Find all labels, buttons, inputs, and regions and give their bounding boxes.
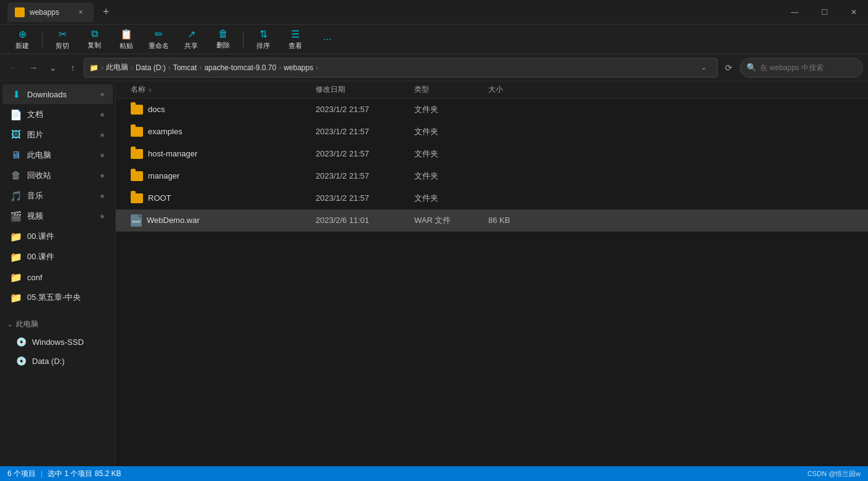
documents-icon: 📄 (10, 108, 22, 121)
svg-text:WAR: WAR (132, 220, 141, 224)
sidebar-pictures-label: 图片 (27, 129, 94, 140)
table-row[interactable]: host-manager 2023/1/2 21:57 文件夹 (116, 143, 868, 165)
file-type-cell: 文件夹 (409, 99, 483, 120)
forward-button[interactable]: → (25, 59, 42, 76)
file-size-cell (483, 165, 545, 187)
more-icon: ··· (323, 34, 331, 45)
refresh-button[interactable]: ⟳ (720, 59, 737, 76)
file-name: examples (148, 127, 182, 136)
tab-close-button[interactable]: × (75, 7, 86, 18)
search-box[interactable]: 🔍 (740, 58, 863, 78)
table-row[interactable]: manager 2023/1/2 21:57 文件夹 (116, 165, 868, 187)
file-modified: 2023/1/2 21:57 (316, 149, 369, 158)
sort-icon: ⇅ (260, 28, 268, 40)
share-button[interactable]: ↗ 共享 (176, 27, 206, 52)
thispc-pin-icon: ★ (99, 152, 105, 160)
sidebar-item-course2[interactable]: 📁 00.课件 (2, 247, 113, 267)
recycle-icon: 🗑 (10, 169, 22, 182)
sidebar-item-conf[interactable]: 📁 conf (2, 267, 113, 287)
chapter5-icon: 📁 (10, 291, 22, 304)
file-size-cell (483, 99, 545, 120)
col-header-name[interactable]: 名称 ∧ (126, 81, 311, 98)
path-folder1: Tomcat (173, 63, 197, 72)
close-button[interactable]: ✕ (840, 0, 868, 25)
csdn-watermark: CSDN @悟兰园w (808, 469, 861, 479)
folder-icon (131, 127, 143, 137)
sidebar-item-music[interactable]: 🎵 音乐 ★ (2, 186, 113, 206)
view-button[interactable]: ☰ 查看 (280, 27, 310, 52)
file-name-cell: ROOT (126, 187, 311, 209)
table-row[interactable]: WAR WebDemo.war 2023/2/6 11:01 WAR 文件 86… (116, 209, 868, 232)
cut-button[interactable]: ✂ 剪切 (47, 27, 77, 52)
sort-label: 排序 (256, 41, 270, 51)
file-list-body: docs 2023/1/2 21:57 文件夹 examples (116, 99, 868, 466)
back-button[interactable]: ← (5, 59, 22, 76)
maximize-button[interactable]: ☐ (810, 0, 838, 25)
copy-label: 复制 (88, 41, 101, 50)
rename-button[interactable]: ✏ 重命名 (144, 27, 174, 52)
col-header-modified[interactable]: 修改日期 (311, 81, 409, 98)
sidebar-pc-section[interactable]: ⌄ 此电脑 (0, 315, 115, 332)
data-drive-icon: 💿 (15, 355, 27, 367)
rename-label: 重命名 (149, 41, 169, 51)
new-button[interactable]: ⊕ 新建 (7, 27, 37, 52)
sidebar-item-recycle[interactable]: 🗑 回收站 ★ (2, 166, 113, 185)
recent-button[interactable]: ⌄ (44, 59, 62, 76)
path-dropdown-button[interactable]: ⌄ (695, 59, 712, 76)
file-name: ROOT (148, 193, 171, 203)
pictures-icon: 🖼 (10, 129, 22, 141)
main-content: ⬇ Downloads ★ 📄 文档 ★ 🖼 图片 ★ 🖥 此电脑 ★ 🗑 回收… (0, 81, 868, 466)
table-row[interactable]: ROOT 2023/1/2 21:57 文件夹 (116, 187, 868, 209)
search-input[interactable] (760, 63, 846, 72)
table-row[interactable]: examples 2023/1/2 21:57 文件夹 (116, 121, 868, 143)
delete-button[interactable]: 🗑 删除 (208, 27, 238, 52)
new-tab-button[interactable]: + (96, 2, 116, 22)
file-modified-cell: 2023/1/2 21:57 (311, 143, 409, 164)
sidebar-windows-ssd-label: Windows-SSD (32, 338, 105, 347)
sidebar-item-documents[interactable]: 📄 文档 ★ (2, 105, 113, 124)
file-type: 文件夹 (414, 148, 438, 160)
file-modified: 2023/2/6 11:01 (316, 216, 369, 225)
copy-button[interactable]: ⧉ 复制 (80, 27, 109, 52)
up-button[interactable]: ↑ (64, 59, 81, 76)
col-type-label: 类型 (414, 84, 429, 95)
path-drive: Data (D:) (136, 63, 166, 72)
status-bar: 6 个项目 | 选中 1 个项目 85.2 KB CSDN @悟兰园w (0, 466, 868, 481)
paste-label: 粘贴 (120, 41, 133, 51)
active-tab[interactable]: webapps × (7, 2, 94, 22)
sidebar-item-data-drive[interactable]: 💿 Data (D:) (2, 352, 113, 370)
sidebar-item-chapter5[interactable]: 📁 05.第五章-中央 (2, 288, 113, 307)
file-type-cell: 文件夹 (409, 165, 483, 187)
sidebar-item-downloads[interactable]: ⬇ Downloads ★ (2, 84, 113, 104)
address-path[interactable]: 📁 › 此电脑 › Data (D:) › Tomcat › apache-to… (84, 58, 718, 78)
table-row[interactable]: docs 2023/1/2 21:57 文件夹 (116, 99, 868, 121)
file-type: WAR 文件 (414, 215, 451, 226)
col-header-type[interactable]: 类型 (409, 81, 483, 98)
cut-icon: ✂ (59, 28, 67, 40)
col-name-label: 名称 (131, 84, 145, 95)
path-sep-0: › (101, 63, 104, 72)
file-modified-cell: 2023/1/2 21:57 (311, 121, 409, 142)
sort-button[interactable]: ⇅ 排序 (248, 27, 278, 52)
sidebar-item-thispc[interactable]: 🖥 此电脑 ★ (2, 145, 113, 165)
cut-label: 剪切 (55, 41, 69, 51)
more-button[interactable]: ··· (313, 27, 342, 52)
svg-marker-1 (139, 214, 142, 217)
path-folder3: webapps (284, 63, 313, 72)
pictures-pin-icon: ★ (99, 131, 105, 139)
videos-icon: 🎬 (10, 210, 22, 222)
war-file-icon: WAR (131, 214, 142, 227)
sidebar-thispc-label: 此电脑 (27, 150, 94, 161)
sidebar-item-windows-ssd[interactable]: 💿 Windows-SSD (2, 333, 113, 351)
col-header-size[interactable]: 大小 (483, 81, 545, 98)
tab-folder-icon (15, 7, 25, 17)
toolbar-sep-2 (243, 31, 244, 48)
sidebar-item-pictures[interactable]: 🖼 图片 ★ (2, 125, 113, 145)
sidebar-item-course1[interactable]: 📁 00.课件 (2, 227, 113, 246)
paste-button[interactable]: 📋 粘贴 (112, 27, 141, 52)
minimize-button[interactable]: — (780, 0, 809, 25)
share-icon: ↗ (187, 28, 195, 40)
title-bar: webapps × + — ☐ ✕ (0, 0, 868, 25)
sidebar-item-videos[interactable]: 🎬 视频 ★ (2, 206, 113, 226)
path-folder2: apache-tomcat-9.0.70 (204, 63, 276, 72)
